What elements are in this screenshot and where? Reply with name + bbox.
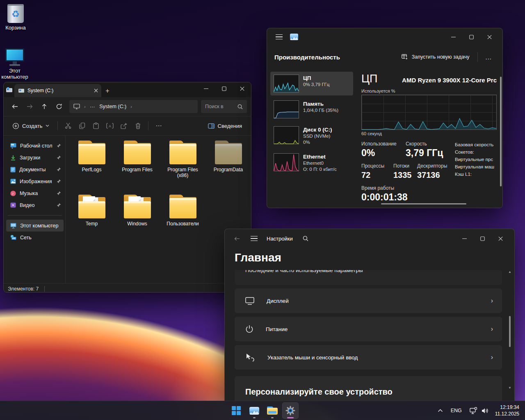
back-button[interactable] bbox=[8, 100, 22, 113]
settings-row-label: Питание bbox=[266, 326, 479, 332]
sidebar-divider bbox=[8, 215, 62, 216]
file-tile-program-files-x86[interactable]: Program Files (x86) bbox=[162, 141, 204, 195]
sidebar-item-this-pc[interactable]: Этот компьютер bbox=[6, 220, 64, 232]
ethernet-mini-graph bbox=[274, 153, 299, 171]
new-button[interactable]: Создать bbox=[9, 119, 53, 133]
display-icon bbox=[245, 297, 254, 305]
paste-button[interactable] bbox=[90, 119, 102, 133]
file-tile-users[interactable]: Пользователи bbox=[162, 195, 204, 249]
pin-icon bbox=[57, 155, 61, 160]
network-icon[interactable] bbox=[467, 403, 479, 418]
desktop-icon-this-pc[interactable]: Этот компьютер bbox=[0, 48, 32, 80]
folder-with-files-icon bbox=[123, 195, 152, 218]
sidebar-item-music[interactable]: ♪ Музыка bbox=[6, 187, 64, 199]
details-panel-icon bbox=[208, 123, 215, 129]
scroll-down-icon[interactable]: ▼ bbox=[508, 386, 511, 390]
sidebar-item-network[interactable]: Сеть bbox=[6, 232, 64, 243]
task-manager-icon bbox=[249, 407, 259, 415]
perf-item-cpu[interactable]: ЦП0% 3,79 ГГц bbox=[270, 72, 353, 95]
back-button[interactable] bbox=[230, 232, 244, 245]
taskbar-item-task-manager[interactable] bbox=[246, 402, 262, 419]
perf-item-disk[interactable]: Диск 0 (C:)SSD (NVMe)0% bbox=[270, 123, 353, 148]
start-button[interactable] bbox=[228, 402, 244, 419]
volume-icon[interactable] bbox=[479, 403, 492, 418]
search-box[interactable]: Поиск в bbox=[201, 100, 247, 113]
sidebar-item-label: Документы bbox=[19, 167, 53, 173]
settings-scrollbar[interactable]: ▲ ▼ bbox=[508, 270, 512, 390]
refresh-button[interactable] bbox=[52, 100, 66, 113]
close-button[interactable] bbox=[491, 232, 509, 245]
perf-item-ethernet[interactable]: EthernetEthernet0О: 0 П: 0 кбит/с bbox=[270, 150, 353, 175]
search-button[interactable] bbox=[299, 232, 313, 245]
minimize-button[interactable] bbox=[444, 31, 462, 43]
settings-row-mouse-touch[interactable]: Указатель мыши и сенсорный ввод › bbox=[235, 345, 502, 370]
perf-item-memory[interactable]: Память1,0/4,0 ГБ (35%) bbox=[270, 98, 353, 121]
taskbar-item-file-explorer[interactable] bbox=[264, 402, 281, 419]
more-options-button[interactable]: ⋯ bbox=[153, 119, 165, 133]
scroll-up-icon[interactable]: ▲ bbox=[508, 270, 511, 274]
vertical-scrollbar[interactable] bbox=[500, 77, 502, 186]
share-button[interactable] bbox=[118, 119, 130, 133]
cpu-right-labels: Базовая скорость Сокетов: Виртуальные пр… bbox=[455, 141, 502, 178]
run-new-task-button[interactable]: Запустить новую задачу bbox=[397, 52, 474, 63]
file-name: PerfLogs bbox=[71, 167, 113, 173]
settings-row-display[interactable]: Дисплей › bbox=[235, 288, 502, 313]
taskbar-tray: ENG 12:19:34 11.12.2025 bbox=[435, 401, 525, 420]
up-button[interactable] bbox=[37, 100, 51, 113]
settings-row-power[interactable]: Питание › bbox=[235, 317, 502, 341]
performance-sidebar: ЦП0% 3,79 ГГц Память1,0/4,0 ГБ (35%) Дис… bbox=[270, 72, 353, 206]
delete-button[interactable] bbox=[132, 119, 144, 133]
desktop-icon-recycle-bin[interactable]: ♻ Корзина bbox=[0, 4, 33, 31]
scrollbar-thumb[interactable] bbox=[509, 316, 511, 347]
tray-chevron-up-icon[interactable] bbox=[435, 403, 446, 418]
this-pc-crumb-icon[interactable] bbox=[73, 104, 80, 109]
sidebar-item-desktop[interactable]: Рабочий стол bbox=[6, 140, 64, 152]
copy-button[interactable] bbox=[76, 119, 88, 133]
file-tile-programdata[interactable]: ProgramData bbox=[207, 141, 250, 195]
horizontal-scrollbar[interactable] bbox=[381, 203, 466, 204]
time-window-label: 60 секунд bbox=[361, 131, 497, 136]
rename-button[interactable]: A bbox=[104, 119, 116, 133]
settings-row-label: Дисплей bbox=[267, 298, 479, 304]
breadcrumb-collapsed[interactable]: ⋯ bbox=[90, 104, 96, 110]
minimize-button[interactable] bbox=[197, 82, 215, 95]
svg-text:A: A bbox=[109, 124, 111, 128]
file-tile-program-files[interactable]: Program Files bbox=[116, 141, 159, 195]
maximize-button[interactable] bbox=[215, 82, 233, 95]
new-tab-button[interactable]: + bbox=[101, 85, 114, 97]
sidebar-item-videos[interactable]: Видео bbox=[6, 199, 64, 211]
task-manager-app-icon bbox=[290, 34, 298, 40]
maximize-button[interactable] bbox=[462, 31, 480, 43]
close-button[interactable] bbox=[233, 82, 251, 95]
tray-date: 11.12.2025 bbox=[495, 411, 519, 417]
sidebar-item-pictures[interactable]: Изображения bbox=[6, 175, 64, 187]
explorer-tab[interactable]: System (C:) bbox=[14, 84, 101, 97]
file-name: ProgramData bbox=[207, 167, 250, 173]
file-tile-windows[interactable]: Windows bbox=[116, 195, 159, 249]
recent-settings-caption: Последние и часто используемые параметры bbox=[245, 270, 363, 273]
active-indicator bbox=[287, 417, 294, 418]
breadcrumb[interactable]: System (C:) bbox=[99, 104, 126, 109]
clock[interactable]: 12:19:34 11.12.2025 bbox=[492, 404, 525, 417]
pin-icon bbox=[57, 143, 61, 148]
maximize-button[interactable] bbox=[473, 232, 491, 245]
file-tile-temp[interactable]: Temp bbox=[71, 195, 113, 249]
file-tile-perflogs[interactable]: PerfLogs bbox=[71, 141, 113, 195]
more-options-button[interactable]: ... bbox=[482, 54, 495, 61]
taskbar: ENG 12:19:34 11.12.2025 bbox=[0, 401, 525, 420]
menu-icon[interactable] bbox=[246, 232, 262, 245]
tab-close-icon[interactable] bbox=[94, 89, 98, 93]
menu-icon[interactable] bbox=[271, 31, 287, 43]
address-bar[interactable]: › ⋯ System (C:) › bbox=[69, 100, 198, 113]
sidebar-item-documents[interactable]: Документы bbox=[6, 163, 64, 175]
cpu-speed-value: 3,79 ГГц bbox=[406, 147, 443, 159]
minimize-button[interactable] bbox=[455, 232, 473, 245]
chevron-right-icon: › bbox=[130, 104, 132, 109]
taskbar-item-settings[interactable] bbox=[282, 402, 299, 419]
sidebar-item-downloads[interactable]: Загрузки bbox=[6, 152, 64, 163]
language-indicator[interactable]: ENG bbox=[446, 403, 467, 418]
cut-button[interactable] bbox=[62, 119, 74, 133]
close-button[interactable] bbox=[480, 31, 498, 43]
details-button[interactable]: Сведения bbox=[204, 119, 246, 133]
forward-button[interactable] bbox=[23, 100, 37, 113]
